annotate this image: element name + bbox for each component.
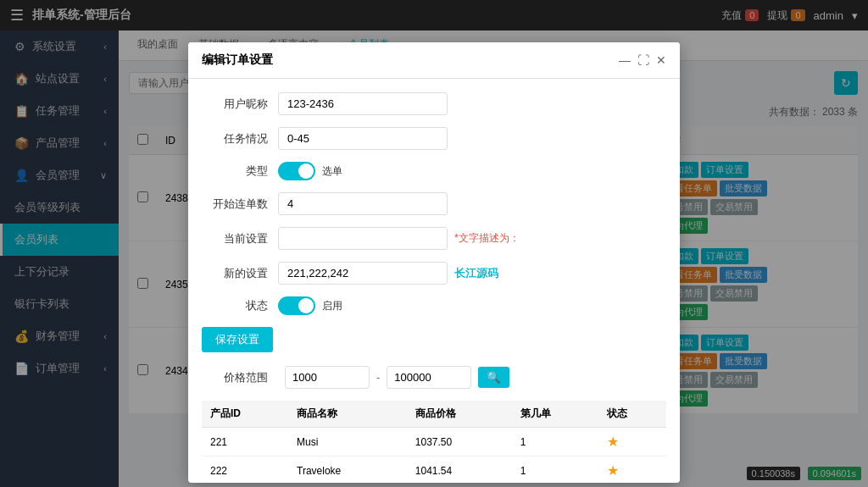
product-table: 产品ID 商品名称 商品价格 第几单 状态 221 Musi 1037.50 1… bbox=[202, 401, 666, 483]
modal-overlay: 编辑订单设置 — ⛶ ✕ 用户昵称 bbox=[119, 61, 868, 487]
modal-maximize-button[interactable]: ⛶ bbox=[637, 61, 649, 67]
status-toggle-slider bbox=[278, 296, 315, 315]
modal-close-button[interactable]: ✕ bbox=[656, 61, 666, 67]
new-setting-row: 新的设置 长江源码 bbox=[202, 262, 666, 285]
watermark: 长江源码 bbox=[454, 266, 498, 281]
page-content: 请选择 批量禁用 +添加会员 共有数据： 2033 条 ↻ ID 用户名 bbox=[119, 61, 868, 487]
order-count-label: 开始连单数 bbox=[202, 196, 278, 212]
inner-col-name: 商品名称 bbox=[288, 401, 407, 428]
type-toggle-knob bbox=[298, 163, 314, 179]
layout: ⚙ 系统设置 ‹ 🏠 站点设置 ‹ 📋 任务管理 ‹ 📦 产品管理 ‹ bbox=[0, 30, 868, 487]
modal-actions: — ⛶ ✕ bbox=[619, 61, 666, 67]
task-label: 任务情况 bbox=[202, 131, 278, 147]
order-count-input[interactable] bbox=[278, 192, 448, 215]
modal-header: 编辑订单设置 — ⛶ ✕ bbox=[188, 61, 680, 79]
modal-minimize-button[interactable]: — bbox=[619, 61, 631, 67]
price-search-button[interactable]: 🔍 bbox=[478, 367, 509, 388]
save-button[interactable]: 保存设置 bbox=[202, 327, 273, 352]
username-row: 用户昵称 bbox=[202, 92, 666, 115]
inner-col-status: 状态 bbox=[598, 401, 666, 428]
order-count-row: 开始连单数 bbox=[202, 192, 666, 215]
price-range-row: 价格范围 - 🔍 bbox=[202, 366, 666, 389]
status-toggle[interactable] bbox=[278, 296, 315, 315]
product-status: ★ bbox=[598, 428, 666, 457]
type-toggle-label: 选单 bbox=[322, 164, 342, 179]
username-label: 用户昵称 bbox=[202, 97, 278, 112]
modal-title: 编辑订单设置 bbox=[202, 61, 273, 68]
current-input[interactable] bbox=[278, 227, 448, 250]
product-order-num: 1 bbox=[512, 457, 598, 484]
price-range-label: 价格范围 bbox=[202, 370, 278, 385]
status-toggle-knob bbox=[298, 298, 314, 313]
star-filled-icon[interactable]: ★ bbox=[607, 463, 619, 478]
product-order-num: 1 bbox=[512, 428, 598, 457]
type-toggle-slider bbox=[278, 162, 315, 180]
price-to-input[interactable] bbox=[387, 366, 471, 389]
product-name: Traveloke bbox=[288, 457, 407, 484]
status-row: 状态 启用 bbox=[202, 296, 666, 315]
current-hint: *文字描述为： bbox=[454, 231, 520, 246]
inner-col-price: 商品价格 bbox=[407, 401, 512, 428]
list-item: 221 Musi 1037.50 1 ★ bbox=[202, 428, 666, 457]
list-item: 222 Traveloke 1041.54 1 ★ bbox=[202, 457, 666, 484]
current-row: 当前设置 *文字描述为： bbox=[202, 227, 666, 250]
product-status: ★ bbox=[598, 457, 666, 484]
type-label: 类型 bbox=[202, 163, 278, 179]
username-input[interactable] bbox=[278, 92, 448, 115]
price-dash: - bbox=[376, 371, 380, 384]
type-toggle[interactable] bbox=[278, 162, 315, 180]
current-label: 当前设置 bbox=[202, 231, 278, 246]
status-label: 状态 bbox=[202, 298, 278, 313]
product-name: Musi bbox=[288, 428, 407, 457]
type-toggle-wrap: 选单 bbox=[278, 162, 342, 180]
new-setting-input[interactable] bbox=[278, 262, 448, 285]
new-setting-label: 新的设置 bbox=[202, 266, 278, 281]
modal-body: 用户昵称 任务情况 类型 bbox=[188, 79, 680, 483]
product-price: 1037.50 bbox=[407, 428, 512, 457]
status-toggle-label: 启用 bbox=[322, 299, 342, 313]
main: 我的桌面 基础数据 × 多语言内容 × 会员列表 × 请选择 bbox=[119, 30, 868, 487]
product-price: 1041.54 bbox=[407, 457, 512, 484]
inner-col-order-num: 第几单 bbox=[512, 401, 598, 428]
status-toggle-wrap: 启用 bbox=[278, 296, 342, 315]
product-id: 222 bbox=[202, 457, 288, 484]
task-row: 任务情况 bbox=[202, 127, 666, 150]
inner-col-id: 产品ID bbox=[202, 401, 288, 428]
edit-order-modal: 编辑订单设置 — ⛶ ✕ 用户昵称 bbox=[188, 61, 680, 483]
type-row: 类型 选单 bbox=[202, 162, 666, 180]
star-filled-icon[interactable]: ★ bbox=[607, 434, 619, 449]
task-input[interactable] bbox=[278, 127, 448, 150]
price-from-input[interactable] bbox=[285, 366, 370, 389]
product-id: 221 bbox=[202, 428, 288, 457]
